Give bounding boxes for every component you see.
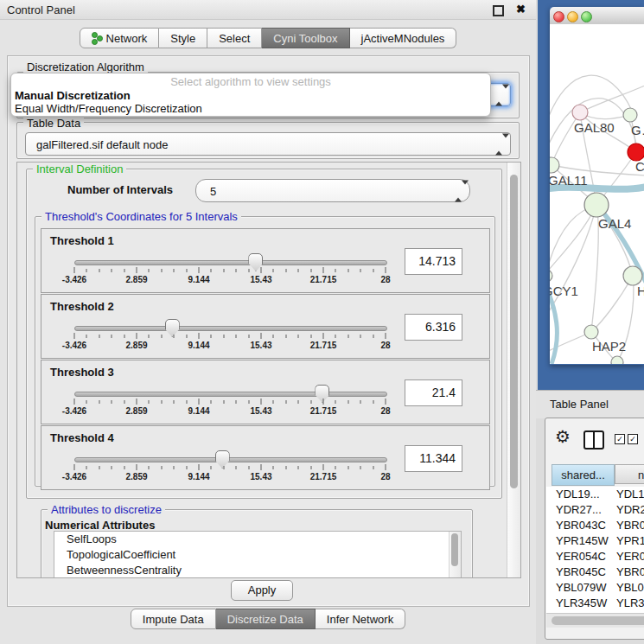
- tick-label: 21.715: [310, 275, 337, 284]
- list-scrollbar[interactable]: [449, 532, 461, 578]
- network-canvas[interactable]: GAL80G…C…GAL11GAL4GCY1H…HAP2: [550, 24, 644, 364]
- slider-track[interactable]: [74, 326, 387, 331]
- slider-track[interactable]: [74, 392, 387, 397]
- table-row[interactable]: YDL19...YDL1...: [546, 487, 644, 502]
- tick-mark: [285, 400, 286, 404]
- network-node-GAL4[interactable]: [584, 193, 609, 217]
- network-node-H[interactable]: [623, 266, 642, 285]
- tab-impute-data[interactable]: Impute Data: [131, 609, 216, 629]
- network-node-HAP2[interactable]: [584, 325, 598, 339]
- table-row[interactable]: YPR145WYPR1...: [546, 533, 644, 549]
- table-row[interactable]: YDR27...YDR2...: [546, 502, 644, 518]
- algorithm-option[interactable]: Equal Width/Frequency Discretization: [11, 102, 490, 115]
- attribute-list-item[interactable]: TopologicalCoefficient: [54, 547, 461, 563]
- network-node-C[interactable]: [628, 143, 644, 161]
- threshold-value-field[interactable]: 21.4: [405, 379, 462, 406]
- tick-mark: [137, 267, 137, 273]
- tick-label: 28: [380, 275, 390, 284]
- tick-mark: [74, 399, 75, 405]
- tab-discretize-data[interactable]: Discretize Data: [216, 609, 316, 629]
- number-of-intervals-combo[interactable]: 5: [195, 179, 470, 202]
- cell-name: YDR2...: [616, 502, 644, 518]
- table-row[interactable]: YBR043CYBR0...: [546, 518, 644, 533]
- settings-scrollbar[interactable]: [507, 163, 520, 577]
- network-node-G[interactable]: [623, 108, 637, 122]
- tick-mark: [335, 466, 336, 469]
- threshold-slider[interactable]: -3.4262.8599.14415.4321.71528: [74, 449, 387, 487]
- cell-shared-name: YER054C: [556, 549, 616, 564]
- tick-mark: [348, 400, 348, 404]
- tick-mark: [373, 466, 373, 469]
- cell-name: YBR0...: [616, 564, 644, 580]
- threshold-value-field[interactable]: 6.316: [405, 314, 462, 341]
- tab-jactivemnodules[interactable]: jActiveMNodules: [350, 28, 457, 48]
- tab-cyni-toolbox[interactable]: Cyni Toolbox: [262, 28, 349, 48]
- network-node[interactable]: [611, 356, 623, 364]
- tick-mark: [161, 335, 162, 338]
- tick-mark: [323, 333, 324, 339]
- close-traffic-light-icon[interactable]: [553, 11, 564, 22]
- table-row[interactable]: YBR045CYBR0...: [546, 564, 644, 580]
- slider-track[interactable]: [74, 260, 387, 265]
- control-panel-window: Control Panel ✖ NetworkStyleSelectCyni T…: [0, 0, 536, 644]
- float-window-icon[interactable]: [493, 5, 504, 16]
- threshold-slider[interactable]: -3.4262.8599.14415.4321.71528: [74, 317, 387, 355]
- threshold-slider[interactable]: -3.4262.8599.14415.4321.71528: [74, 252, 387, 290]
- tick-mark: [261, 399, 262, 405]
- network-node-label: H…: [637, 284, 644, 298]
- tick-mark: [310, 335, 311, 338]
- attribute-list-item[interactable]: SelfLoops: [54, 532, 461, 547]
- settings-scrollbar-thumb[interactable]: [510, 175, 518, 488]
- checkbox-icon[interactable]: ✓: [615, 434, 625, 444]
- tick-label: 28: [380, 341, 390, 350]
- column-header-shared-name[interactable]: shared...: [552, 464, 615, 486]
- tab-network[interactable]: Network: [80, 28, 160, 48]
- table-row[interactable]: YLR345WYLR3...: [546, 596, 644, 611]
- table-horizontal-scrollbar[interactable]: [546, 613, 644, 628]
- tick-mark: [86, 400, 87, 404]
- split-view-icon[interactable]: [583, 430, 604, 450]
- algorithm-option[interactable]: Manual Discretization: [11, 89, 490, 102]
- table-row[interactable]: YER054CYER0...: [546, 549, 644, 564]
- apply-button[interactable]: Apply: [231, 580, 293, 601]
- network-node-label: GAL4: [598, 216, 631, 231]
- table-row[interactable]: YBL079WYBL0...: [546, 580, 644, 596]
- minimize-traffic-light-icon[interactable]: [567, 11, 578, 22]
- threshold-value-field[interactable]: 11.344: [405, 445, 462, 472]
- tick-mark: [199, 399, 200, 405]
- combo-stepper-icon: [455, 184, 462, 197]
- tick-mark: [199, 267, 200, 273]
- threshold-slider[interactable]: -3.4262.8599.14415.4321.71528: [74, 383, 387, 421]
- network-node-GCY1[interactable]: [550, 270, 552, 282]
- table-data-combo[interactable]: galFiltered.sif default node: [25, 132, 511, 156]
- tick-mark: [174, 400, 175, 404]
- tick-mark: [273, 335, 274, 338]
- slider-ticks: [74, 399, 386, 405]
- tick-mark: [236, 466, 237, 469]
- zoom-traffic-light-icon[interactable]: [581, 11, 592, 22]
- tick-mark: [174, 269, 175, 272]
- network-node-GAL80[interactable]: [572, 105, 588, 120]
- tab-select[interactable]: Select: [207, 28, 262, 48]
- tick-mark: [360, 400, 361, 404]
- tick-mark: [373, 400, 373, 404]
- close-icon[interactable]: ✖: [516, 3, 526, 16]
- list-scrollbar-thumb[interactable]: [451, 533, 458, 566]
- combo-stepper-icon: [495, 137, 502, 150]
- slider-track[interactable]: [74, 457, 387, 462]
- tick-mark: [285, 269, 286, 272]
- table-data-group-title: Table Data: [23, 117, 84, 130]
- threshold-value-field[interactable]: 14.713: [405, 248, 462, 275]
- tick-mark: [124, 335, 124, 338]
- attribute-list-item[interactable]: BetweennessCentrality: [54, 563, 461, 578]
- gear-icon[interactable]: ⚙: [555, 428, 571, 445]
- algorithm-placeholder-option[interactable]: Select algorithm to view settings: [11, 75, 490, 89]
- column-header-name[interactable]: n...: [615, 464, 644, 484]
- tab-style[interactable]: Style: [159, 28, 207, 48]
- tick-mark: [74, 464, 75, 470]
- checkbox-icon[interactable]: ✓: [628, 434, 638, 444]
- cell-name: YPR1...: [616, 533, 644, 549]
- numerical-attributes-list[interactable]: SelfLoopsTopologicalCoefficientBetweenne…: [54, 531, 462, 578]
- tab-infer-network[interactable]: Infer Network: [316, 609, 405, 629]
- table-hscrollbar-thumb[interactable]: [552, 616, 644, 625]
